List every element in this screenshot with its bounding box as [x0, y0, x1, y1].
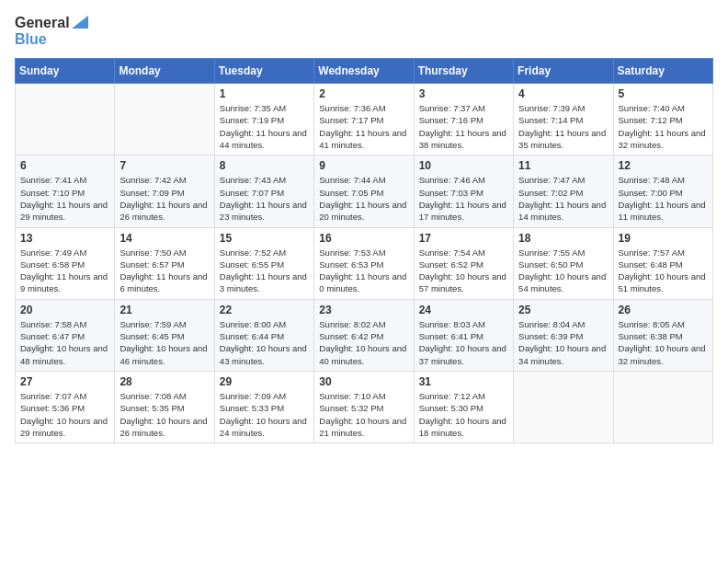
weekday-header-row: SundayMondayTuesdayWednesdayThursdayFrid… [16, 59, 713, 84]
day-info: Sunrise: 8:00 AM Sunset: 6:44 PM Dayligh… [220, 318, 309, 367]
day-number: 21 [119, 304, 209, 316]
weekday-header-tuesday: Tuesday [214, 59, 313, 84]
day-number: 1 [220, 87, 309, 100]
weekday-header-friday: Friday [514, 59, 613, 84]
day-cell: 30Sunrise: 7:10 AM Sunset: 5:32 PM Dayli… [314, 371, 414, 442]
day-cell: 18Sunrise: 7:55 AM Sunset: 6:50 PM Dayli… [514, 227, 613, 299]
day-cell: 9Sunrise: 7:44 AM Sunset: 7:05 PM Daylig… [314, 155, 414, 227]
day-cell: 2Sunrise: 7:36 AM Sunset: 7:17 PM Daylig… [314, 84, 414, 155]
day-number: 19 [619, 232, 708, 245]
day-cell: 19Sunrise: 7:57 AM Sunset: 6:48 PM Dayli… [613, 227, 712, 299]
day-number: 17 [419, 232, 508, 245]
day-number: 2 [319, 87, 408, 100]
day-cell: 10Sunrise: 7:46 AM Sunset: 7:03 PM Dayli… [414, 155, 513, 227]
day-cell [613, 371, 712, 442]
day-cell: 26Sunrise: 8:05 AM Sunset: 6:38 PM Dayli… [613, 299, 712, 371]
day-info: Sunrise: 7:07 AM Sunset: 5:36 PM Dayligh… [20, 390, 109, 439]
day-number: 5 [619, 87, 708, 100]
day-cell: 3Sunrise: 7:37 AM Sunset: 7:16 PM Daylig… [414, 84, 513, 155]
day-number: 8 [220, 159, 309, 172]
day-cell: 12Sunrise: 7:48 AM Sunset: 7:00 PM Dayli… [613, 155, 712, 227]
day-cell: 8Sunrise: 7:43 AM Sunset: 7:07 PM Daylig… [214, 155, 313, 227]
week-row-4: 20Sunrise: 7:58 AM Sunset: 6:47 PM Dayli… [16, 299, 713, 371]
day-info: Sunrise: 7:37 AM Sunset: 7:16 PM Dayligh… [419, 102, 508, 151]
logo-general: General [15, 15, 70, 31]
day-number: 11 [518, 159, 608, 172]
day-cell: 15Sunrise: 7:52 AM Sunset: 6:55 PM Dayli… [214, 227, 313, 299]
week-row-3: 13Sunrise: 7:49 AM Sunset: 6:58 PM Dayli… [16, 227, 713, 299]
day-info: Sunrise: 8:02 AM Sunset: 6:42 PM Dayligh… [319, 318, 408, 367]
day-cell: 4Sunrise: 7:39 AM Sunset: 7:14 PM Daylig… [514, 84, 613, 155]
day-cell: 28Sunrise: 7:08 AM Sunset: 5:35 PM Dayli… [115, 371, 214, 442]
day-number: 14 [119, 232, 209, 245]
day-cell: 17Sunrise: 7:54 AM Sunset: 6:52 PM Dayli… [414, 227, 513, 299]
logo: General Blue [15, 15, 88, 47]
day-info: Sunrise: 7:08 AM Sunset: 5:35 PM Dayligh… [119, 390, 209, 439]
day-number: 16 [319, 232, 408, 245]
calendar-table: SundayMondayTuesdayWednesdayThursdayFrid… [15, 58, 713, 443]
day-info: Sunrise: 7:55 AM Sunset: 6:50 PM Dayligh… [518, 247, 608, 295]
day-info: Sunrise: 7:48 AM Sunset: 7:00 PM Dayligh… [619, 174, 708, 223]
day-cell: 24Sunrise: 8:03 AM Sunset: 6:41 PM Dayli… [414, 299, 513, 371]
day-info: Sunrise: 8:04 AM Sunset: 6:39 PM Dayligh… [518, 318, 608, 367]
weekday-header-thursday: Thursday [414, 59, 513, 84]
day-info: Sunrise: 7:58 AM Sunset: 6:47 PM Dayligh… [20, 318, 109, 367]
day-info: Sunrise: 7:41 AM Sunset: 7:10 PM Dayligh… [20, 174, 109, 223]
day-number: 30 [319, 375, 408, 388]
day-cell: 27Sunrise: 7:07 AM Sunset: 5:36 PM Dayli… [16, 371, 115, 442]
day-cell: 29Sunrise: 7:09 AM Sunset: 5:33 PM Dayli… [214, 371, 313, 442]
day-info: Sunrise: 7:43 AM Sunset: 7:07 PM Dayligh… [220, 174, 309, 223]
logo-blue: Blue [15, 31, 88, 48]
day-number: 29 [220, 375, 309, 388]
day-number: 3 [419, 87, 508, 100]
day-number: 12 [619, 159, 708, 172]
weekday-header-wednesday: Wednesday [314, 59, 414, 84]
day-info: Sunrise: 7:50 AM Sunset: 6:57 PM Dayligh… [119, 247, 209, 295]
day-info: Sunrise: 7:40 AM Sunset: 7:12 PM Dayligh… [619, 102, 708, 151]
week-row-1: 1Sunrise: 7:35 AM Sunset: 7:19 PM Daylig… [16, 84, 713, 155]
day-cell: 5Sunrise: 7:40 AM Sunset: 7:12 PM Daylig… [613, 84, 712, 155]
day-number: 10 [419, 159, 508, 172]
day-info: Sunrise: 7:44 AM Sunset: 7:05 PM Dayligh… [319, 174, 408, 223]
week-row-2: 6Sunrise: 7:41 AM Sunset: 7:10 PM Daylig… [16, 155, 713, 227]
day-number: 13 [20, 232, 109, 245]
day-number: 6 [20, 159, 109, 172]
day-cell: 6Sunrise: 7:41 AM Sunset: 7:10 PM Daylig… [16, 155, 115, 227]
logo-text: General Blue [15, 15, 88, 47]
day-number: 20 [20, 304, 109, 316]
day-info: Sunrise: 7:46 AM Sunset: 7:03 PM Dayligh… [419, 174, 508, 223]
weekday-header-sunday: Sunday [16, 59, 115, 84]
day-number: 31 [419, 375, 508, 388]
day-cell: 1Sunrise: 7:35 AM Sunset: 7:19 PM Daylig… [214, 84, 313, 155]
day-cell: 20Sunrise: 7:58 AM Sunset: 6:47 PM Dayli… [16, 299, 115, 371]
day-info: Sunrise: 7:47 AM Sunset: 7:02 PM Dayligh… [518, 174, 608, 223]
day-cell: 13Sunrise: 7:49 AM Sunset: 6:58 PM Dayli… [16, 227, 115, 299]
day-cell [115, 84, 214, 155]
day-info: Sunrise: 8:05 AM Sunset: 6:38 PM Dayligh… [619, 318, 708, 367]
day-info: Sunrise: 8:03 AM Sunset: 6:41 PM Dayligh… [419, 318, 508, 367]
day-info: Sunrise: 7:10 AM Sunset: 5:32 PM Dayligh… [319, 390, 408, 439]
day-number: 25 [518, 304, 608, 316]
logo-triangle-icon [72, 16, 88, 30]
day-number: 23 [319, 304, 408, 316]
page-header: General Blue [15, 15, 713, 47]
day-cell: 31Sunrise: 7:12 AM Sunset: 5:30 PM Dayli… [414, 371, 513, 442]
day-number: 15 [220, 232, 309, 245]
weekday-header-monday: Monday [115, 59, 214, 84]
day-info: Sunrise: 7:36 AM Sunset: 7:17 PM Dayligh… [319, 102, 408, 151]
day-info: Sunrise: 7:12 AM Sunset: 5:30 PM Dayligh… [419, 390, 508, 439]
day-number: 9 [319, 159, 408, 172]
day-info: Sunrise: 7:09 AM Sunset: 5:33 PM Dayligh… [220, 390, 309, 439]
day-cell: 7Sunrise: 7:42 AM Sunset: 7:09 PM Daylig… [115, 155, 214, 227]
weekday-header-saturday: Saturday [613, 59, 712, 84]
day-info: Sunrise: 7:54 AM Sunset: 6:52 PM Dayligh… [419, 247, 508, 295]
day-info: Sunrise: 7:35 AM Sunset: 7:19 PM Dayligh… [220, 102, 309, 151]
day-number: 24 [419, 304, 508, 316]
day-cell: 25Sunrise: 8:04 AM Sunset: 6:39 PM Dayli… [514, 299, 613, 371]
day-number: 4 [518, 87, 608, 100]
day-info: Sunrise: 7:49 AM Sunset: 6:58 PM Dayligh… [20, 247, 109, 295]
day-number: 27 [20, 375, 109, 388]
week-row-5: 27Sunrise: 7:07 AM Sunset: 5:36 PM Dayli… [16, 371, 713, 442]
day-number: 18 [518, 232, 608, 245]
day-info: Sunrise: 7:52 AM Sunset: 6:55 PM Dayligh… [220, 247, 309, 295]
